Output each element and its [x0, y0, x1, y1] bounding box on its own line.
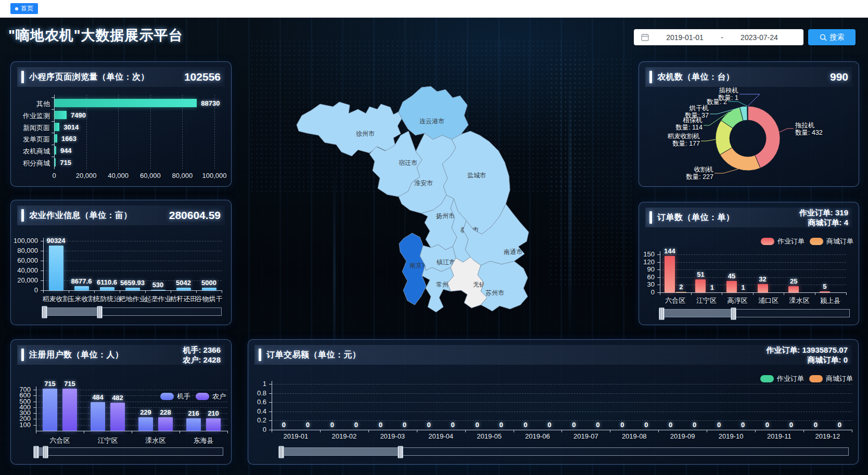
datazoom-selected-range[interactable]	[280, 448, 400, 455]
datazoom-slider[interactable]	[280, 447, 849, 456]
x-tick-mark	[368, 430, 369, 432]
datazoom-handle[interactable]	[42, 306, 47, 318]
date-start-value[interactable]: 2019-01-01	[666, 33, 704, 42]
datazoom-handle[interactable]	[43, 446, 48, 458]
donut-label: 拖拉机数量: 432	[795, 122, 823, 136]
donut-label-line: 烘干机	[685, 105, 709, 112]
map-region[interactable]	[478, 261, 528, 311]
bar[interactable]	[43, 389, 57, 431]
bar[interactable]	[176, 288, 191, 290]
search-button[interactable]: 搜索	[808, 29, 856, 45]
datazoom-slider[interactable]	[43, 307, 222, 316]
y-tick-label: 0	[11, 286, 38, 294]
map-region[interactable]	[297, 102, 402, 156]
bar[interactable]	[206, 418, 221, 431]
datazoom-selected-range[interactable]	[44, 308, 99, 315]
legend-item[interactable]: 作业订单	[760, 374, 804, 383]
grid-line	[43, 251, 222, 251]
bar[interactable]	[820, 291, 830, 292]
category-label: 2019-08	[614, 432, 655, 440]
leader-line	[780, 129, 794, 132]
bar[interactable]	[186, 418, 201, 431]
bar-value-label: 5	[804, 283, 846, 290]
bar[interactable]	[788, 286, 799, 292]
panel-users: 注册用户数（单位：人） 机手: 2366 农户: 2428 1002003004…	[10, 339, 232, 465]
date-end-value[interactable]: 2023-07-24	[741, 33, 778, 42]
y-tick-label: 0	[628, 288, 655, 296]
bar[interactable]	[55, 146, 56, 155]
category-label: 2019-07	[565, 432, 607, 440]
x-tick-mark	[753, 292, 754, 295]
legend-item[interactable]: 作业订单	[761, 237, 805, 246]
panel-pageviews: 小程序页面浏览量（单位：次） 102556 020,00040,00060,00…	[10, 61, 232, 187]
legend-pill	[761, 238, 774, 245]
bar[interactable]	[202, 288, 216, 290]
bar[interactable]	[55, 134, 57, 143]
datazoom-handle[interactable]	[97, 306, 103, 318]
bar[interactable]	[758, 284, 768, 292]
datazoom-slider[interactable]	[660, 309, 850, 317]
legend-item[interactable]: 商城订单	[810, 237, 853, 246]
bar-value-label: 144	[649, 247, 691, 255]
x-tick-mark	[196, 290, 197, 293]
x-tick-mark	[465, 430, 466, 432]
x-tick-label: 20,000	[71, 172, 102, 179]
bar[interactable]	[55, 99, 197, 107]
bar[interactable]	[676, 292, 686, 292]
donut-label-line: 数量: 114	[675, 124, 703, 131]
map-region[interactable]	[422, 265, 454, 312]
x-tick-mark	[610, 430, 610, 432]
x-tick-mark	[120, 290, 120, 293]
legend-pill	[160, 393, 174, 400]
x-tick-mark	[222, 290, 222, 293]
datazoom-slider[interactable]	[35, 447, 223, 456]
grid-line	[43, 271, 222, 271]
datazoom-selected-range[interactable]	[661, 310, 733, 317]
y-tick-label: 0.6	[239, 398, 266, 406]
legend-label: 机手	[177, 392, 190, 401]
map-region[interactable]	[399, 86, 468, 139]
jiangsu-province-map: 徐州市连云港市宿迁市淮安市盐城市扬州市泰州市南通市南京市镇江市常州市无锡市苏州市	[291, 83, 536, 317]
transactions-grouped-bar-chart: 00.20.40.60.81作业订单商城订单002019-01002019-02…	[248, 340, 858, 464]
legend-item[interactable]: 机手	[160, 392, 190, 401]
datazoom-handle[interactable]	[33, 446, 39, 458]
bar[interactable]	[55, 111, 67, 119]
datazoom-handle[interactable]	[731, 307, 736, 320]
bar[interactable]	[91, 402, 105, 431]
category-tick	[52, 145, 54, 145]
bar[interactable]	[55, 123, 59, 131]
donut-label-line: 数量: 227	[686, 173, 713, 181]
tab-home[interactable]: 首页	[10, 3, 38, 14]
bar[interactable]	[100, 287, 114, 290]
category-label: 农机商城	[8, 147, 50, 156]
bar[interactable]	[158, 417, 173, 431]
grid-line	[272, 384, 852, 384]
datazoom-handle[interactable]	[659, 307, 665, 320]
map-region-label: 连云港市	[419, 118, 444, 125]
bar[interactable]	[74, 286, 89, 290]
bar[interactable]	[55, 158, 56, 166]
bar[interactable]	[62, 389, 77, 431]
bar-value-label: 210	[193, 409, 234, 417]
legend-item[interactable]: 商城订单	[809, 374, 853, 383]
grid-line	[43, 261, 222, 261]
x-tick-mark	[803, 430, 804, 432]
y-tick-label: 60,000	[11, 256, 38, 264]
donut-label: 植保机数量: 114	[675, 117, 703, 131]
datazoom-handle[interactable]	[278, 446, 284, 458]
map-region[interactable]	[399, 233, 426, 305]
bar[interactable]	[151, 290, 165, 290]
y-tick-label: 90	[628, 265, 655, 273]
bar[interactable]	[138, 417, 153, 431]
x-tick-mark	[722, 292, 722, 295]
y-axis-line	[36, 387, 36, 431]
y-tick-label: 40,000	[11, 266, 38, 274]
legend-item[interactable]: 农户	[196, 392, 226, 401]
y-axis-line	[43, 238, 44, 290]
datazoom-handle[interactable]	[398, 446, 403, 458]
map-region-label: 南通市	[504, 248, 522, 255]
date-separator: -	[721, 33, 723, 42]
donut-label-line: 收割机	[686, 166, 713, 173]
bar[interactable]	[110, 403, 125, 431]
date-range-picker[interactable]: 2019-01-01 - 2023-07-24	[634, 29, 803, 45]
